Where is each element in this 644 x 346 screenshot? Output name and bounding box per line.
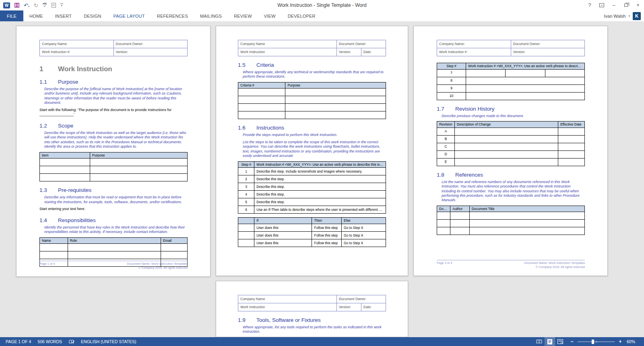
- table-cell[interactable]: Company Name: [238, 40, 337, 48]
- table-cell[interactable]: Follow this step: [312, 224, 341, 231]
- table-cell[interactable]: Company Name:: [40, 40, 114, 48]
- table-cell[interactable]: Company Name:: [437, 40, 511, 48]
- table-cell[interactable]: [285, 89, 386, 96]
- guidance-text[interactable]: Identify the personnel that have key rol…: [44, 225, 188, 235]
- tab-page-layout[interactable]: PAGE LAYOUT: [107, 10, 151, 21]
- table-cell[interactable]: [161, 244, 187, 251]
- guidance-text[interactable]: Where appropriate, identify any technica…: [243, 70, 386, 79]
- table-cell[interactable]: If: [254, 218, 312, 224]
- table-cell[interactable]: 4: [238, 191, 254, 198]
- table-cell[interactable]: Document Owner:: [114, 40, 188, 48]
- table-cell[interactable]: Purpose: [90, 152, 187, 159]
- table-cell[interactable]: User does this: [254, 231, 312, 239]
- proofing-status-button[interactable]: [65, 337, 78, 346]
- tab-insert[interactable]: INSERT: [49, 10, 78, 21]
- table-cell[interactable]: Step #: [238, 161, 254, 168]
- table-cell[interactable]: [90, 166, 187, 174]
- customize-qat-button[interactable]: ▾: [60, 4, 63, 7]
- table-cell[interactable]: Document Owner:: [336, 295, 386, 303]
- table-cell[interactable]: [285, 96, 386, 104]
- tab-mailings[interactable]: MAILINGS: [194, 10, 228, 21]
- guidance-text[interactable]: Describe the purpose of the [official na…: [44, 87, 188, 105]
- undo-button[interactable]: ↶▾: [24, 2, 29, 9]
- table-cell[interactable]: Email: [161, 237, 187, 244]
- table-cell[interactable]: Version:: [336, 303, 361, 311]
- redo-button[interactable]: ↻: [34, 3, 38, 8]
- section-heading-revision-history[interactable]: 1.7 Revision History: [437, 106, 585, 112]
- section-heading-scope[interactable]: 1.2 Scope: [39, 123, 188, 129]
- close-button[interactable]: ×: [632, 1, 644, 10]
- chevron-down-icon[interactable]: ▾: [628, 14, 630, 18]
- table-cell[interactable]: Work Instruction # <WI_XXX_YYY>: Use an …: [254, 161, 386, 168]
- language-indicator[interactable]: ENGLISH (UNITED STATES): [78, 337, 139, 346]
- tab-review[interactable]: REVIEW: [228, 10, 258, 21]
- zoom-slider[interactable]: [578, 342, 615, 342]
- table-cell[interactable]: [506, 69, 545, 77]
- table-cell[interactable]: [40, 244, 68, 251]
- section-heading-purpose[interactable]: 1.1 Purpose: [39, 79, 188, 85]
- web-layout-button[interactable]: [555, 337, 566, 346]
- table-cell[interactable]: [437, 212, 450, 220]
- table-cell[interactable]: [285, 104, 386, 111]
- avatar[interactable]: K: [633, 12, 641, 20]
- table-cell[interactable]: [238, 224, 254, 231]
- table-cell[interactable]: [40, 251, 68, 259]
- table-cell[interactable]: [238, 231, 254, 239]
- restore-button[interactable]: [620, 1, 632, 10]
- user-name[interactable]: Ivan Walsh: [604, 14, 625, 19]
- table-cell[interactable]: [558, 128, 584, 135]
- section-heading-tools[interactable]: 1.9 Tools, Software or Fixtures: [238, 317, 386, 323]
- table-cell[interactable]: [558, 158, 584, 166]
- table-cell[interactable]: [466, 92, 585, 100]
- table-cell[interactable]: Go to Step X: [341, 231, 386, 239]
- table-cell[interactable]: A: [437, 128, 455, 135]
- tab-file[interactable]: FILE: [0, 10, 23, 21]
- table-cell[interactable]: 6: [238, 206, 254, 214]
- table-cell[interactable]: Name: [40, 237, 68, 244]
- guidance-text[interactable]: Describe previous changes made to this d…: [442, 114, 585, 118]
- help-button[interactable]: ?: [584, 1, 596, 10]
- table-cell[interactable]: Go to Step X: [341, 239, 386, 247]
- section-heading-instructions[interactable]: 1.6 Instructions: [238, 125, 386, 131]
- section-heading-criteria[interactable]: 1.5 Criteria: [238, 62, 386, 68]
- table-cell[interactable]: 8: [437, 77, 466, 84]
- table-cell[interactable]: [68, 244, 161, 251]
- table-cell[interactable]: [40, 166, 90, 174]
- table-cell[interactable]: Go to Step X: [341, 224, 386, 231]
- table-cell[interactable]: Work Instruction: [238, 303, 337, 311]
- table-cell[interactable]: [455, 150, 558, 158]
- table-cell[interactable]: [466, 77, 585, 84]
- table-cell[interactable]: [68, 251, 161, 259]
- zoom-in-button[interactable]: +: [618, 339, 623, 344]
- table-cell[interactable]: 3: [238, 183, 254, 191]
- document-page-2[interactable]: Company NameDocument Owner:Work Instruct…: [216, 26, 408, 276]
- table-cell[interactable]: D: [437, 150, 455, 158]
- document-page-1[interactable]: Company Name:Document Owner:Work Instruc…: [16, 26, 211, 277]
- word-count[interactable]: 506 WORDS: [34, 337, 65, 346]
- section-heading-prerequisites[interactable]: 1.3 Pre-requisites: [39, 187, 188, 193]
- tab-references[interactable]: REFERENCES: [151, 10, 194, 21]
- page-indicator[interactable]: PAGE 1 OF 4: [0, 337, 34, 346]
- zoom-out-button[interactable]: −: [570, 339, 574, 344]
- undo-dropdown-icon[interactable]: ▾: [28, 5, 29, 8]
- table-cell[interactable]: 5: [238, 198, 254, 206]
- print-layout-button[interactable]: [545, 337, 555, 346]
- table-cell[interactable]: [238, 218, 254, 224]
- table-cell[interactable]: Describe this step.: [254, 183, 386, 191]
- tab-view[interactable]: VIEW: [258, 10, 282, 21]
- table-cell[interactable]: Author: [450, 206, 470, 212]
- table-cell[interactable]: Date:: [361, 48, 386, 56]
- guidance-text[interactable]: Where appropriate, list any tools requir…: [243, 325, 386, 334]
- table-cell[interactable]: C: [437, 143, 455, 150]
- section-heading-references[interactable]: 1.8 References: [437, 172, 585, 178]
- table-cell[interactable]: [466, 84, 585, 92]
- table-cell[interactable]: [469, 212, 584, 220]
- table-cell[interactable]: [238, 96, 285, 104]
- table-cell[interactable]: [437, 220, 450, 227]
- zoom-level[interactable]: 60%: [626, 339, 640, 344]
- section-heading-responsibilities[interactable]: 1.4 Responsibilities: [39, 217, 188, 223]
- table-cell[interactable]: Describe this step.: [254, 175, 386, 183]
- table-cell[interactable]: [455, 158, 558, 166]
- table-cell[interactable]: [455, 135, 558, 143]
- table-cell[interactable]: [545, 69, 584, 77]
